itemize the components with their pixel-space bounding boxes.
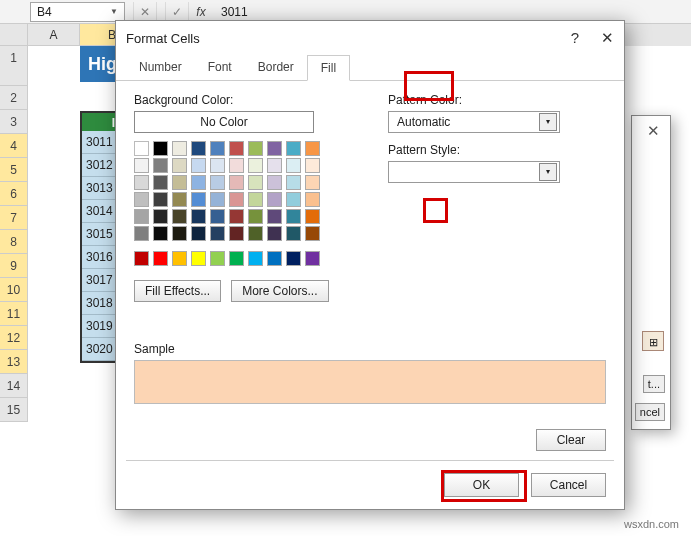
color-swatch[interactable] [229,141,244,156]
color-swatch[interactable] [210,209,225,224]
color-swatch[interactable] [305,209,320,224]
color-swatch[interactable] [248,192,263,207]
color-swatch[interactable] [191,158,206,173]
chevron-down-icon[interactable]: ▼ [110,7,118,16]
color-swatch[interactable] [134,226,149,241]
color-swatch[interactable] [229,192,244,207]
row-header-13[interactable]: 13 [0,350,28,374]
color-swatch[interactable] [286,251,301,266]
row-header-2[interactable]: 2 [0,86,28,110]
color-swatch[interactable] [248,226,263,241]
name-box[interactable]: B4 ▼ [30,2,125,22]
color-swatch[interactable] [248,251,263,266]
close-icon[interactable]: ✕ [601,29,614,47]
background-cancel-peek[interactable]: ncel [635,403,665,421]
pattern-style-select[interactable]: ▾ [388,161,560,183]
color-swatch[interactable] [267,158,282,173]
row-header-8[interactable]: 8 [0,230,28,254]
color-swatch[interactable] [286,175,301,190]
row-header-5[interactable]: 5 [0,158,28,182]
color-swatch[interactable] [191,209,206,224]
color-swatch[interactable] [172,209,187,224]
tab-fill[interactable]: Fill [307,55,350,81]
color-swatch[interactable] [191,251,206,266]
tab-number[interactable]: Number [126,55,195,80]
color-swatch[interactable] [134,192,149,207]
more-colors-button[interactable]: More Colors... [231,280,328,302]
select-all-corner[interactable] [0,24,28,46]
color-swatch[interactable] [210,141,225,156]
color-swatch[interactable] [210,175,225,190]
chevron-down-icon[interactable]: ▾ [539,163,557,181]
color-swatch[interactable] [267,209,282,224]
pattern-color-select[interactable]: Automatic ▾ [388,111,560,133]
color-swatch[interactable] [191,226,206,241]
row-header-1[interactable]: 1 [0,46,28,86]
color-swatch[interactable] [153,209,168,224]
row-header-14[interactable]: 14 [0,374,28,398]
color-swatch[interactable] [153,141,168,156]
row-header-10[interactable]: 10 [0,278,28,302]
fx-icon[interactable]: fx [189,2,213,22]
color-swatch[interactable] [210,158,225,173]
color-swatch[interactable] [153,175,168,190]
color-swatch[interactable] [305,226,320,241]
color-swatch[interactable] [286,209,301,224]
color-swatch[interactable] [229,251,244,266]
tab-border[interactable]: Border [245,55,307,80]
chevron-down-icon[interactable]: ▾ [539,113,557,131]
cancel-button[interactable]: Cancel [531,473,606,497]
color-swatch[interactable] [134,175,149,190]
color-swatch[interactable] [305,141,320,156]
color-swatch[interactable] [191,192,206,207]
color-swatch[interactable] [286,141,301,156]
fill-effects-button[interactable]: Fill Effects... [134,280,221,302]
color-swatch[interactable] [248,141,263,156]
color-swatch[interactable] [153,226,168,241]
color-swatch[interactable] [191,175,206,190]
color-swatch[interactable] [248,175,263,190]
color-swatch[interactable] [210,192,225,207]
row-header-12[interactable]: 12 [0,326,28,350]
color-swatch[interactable] [172,251,187,266]
color-swatch[interactable] [134,141,149,156]
color-swatch[interactable] [305,251,320,266]
color-swatch[interactable] [267,141,282,156]
color-swatch[interactable] [267,226,282,241]
color-swatch[interactable] [229,209,244,224]
tab-font[interactable]: Font [195,55,245,80]
color-swatch[interactable] [286,226,301,241]
color-swatch[interactable] [229,175,244,190]
clear-button[interactable]: Clear [536,429,606,451]
color-swatch[interactable] [248,158,263,173]
color-swatch[interactable] [134,251,149,266]
color-swatch[interactable] [286,158,301,173]
color-swatch[interactable] [172,141,187,156]
close-icon[interactable]: ✕ [647,122,660,140]
color-swatch[interactable] [153,251,168,266]
row-header-9[interactable]: 9 [0,254,28,278]
color-swatch[interactable] [134,158,149,173]
color-swatch[interactable] [172,192,187,207]
background-button-peek[interactable]: t... [643,375,665,393]
color-swatch[interactable] [305,158,320,173]
color-swatch[interactable] [305,175,320,190]
color-swatch[interactable] [172,226,187,241]
ok-button[interactable]: OK [444,473,519,497]
color-swatch[interactable] [248,209,263,224]
color-swatch[interactable] [210,251,225,266]
color-swatch[interactable] [267,175,282,190]
no-color-button[interactable]: No Color [134,111,314,133]
range-selector-icon[interactable]: ⊞ [642,331,664,351]
row-header-3[interactable]: 3 [0,110,28,134]
color-swatch[interactable] [305,192,320,207]
row-header-15[interactable]: 15 [0,398,28,422]
row-header-7[interactable]: 7 [0,206,28,230]
help-icon[interactable]: ? [571,29,579,47]
color-swatch[interactable] [153,158,168,173]
color-swatch[interactable] [267,251,282,266]
color-swatch[interactable] [172,175,187,190]
color-swatch[interactable] [191,141,206,156]
color-swatch[interactable] [210,226,225,241]
col-header-a[interactable]: A [28,24,80,46]
